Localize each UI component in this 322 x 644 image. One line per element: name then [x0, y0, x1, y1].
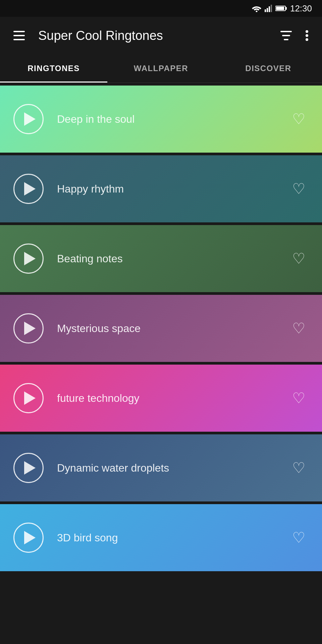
play-icon-3: [24, 322, 36, 335]
tabs: RINGTONES WALLPAPER DISCOVER: [0, 54, 322, 83]
like-button-3[interactable]: ♡: [288, 318, 309, 338]
svg-rect-12: [282, 35, 290, 36]
play-button-3[interactable]: [13, 313, 44, 343]
svg-rect-11: [280, 31, 292, 32]
heart-icon-1: ♡: [292, 181, 305, 196]
play-button-0[interactable]: [13, 104, 44, 134]
ringtone-item-4[interactable]: future technology ♡: [0, 365, 322, 432]
like-button-1[interactable]: ♡: [288, 179, 309, 199]
heart-icon-2: ♡: [292, 251, 305, 266]
ringtone-item-1[interactable]: Happy rhythm ♡: [0, 155, 322, 222]
svg-rect-2: [267, 8, 268, 12]
status-time: 12:30: [290, 3, 312, 14]
svg-rect-9: [13, 35, 25, 36]
ringtone-title-3: Mysterious space: [57, 322, 275, 335]
heart-icon-4: ♡: [292, 391, 305, 406]
menu-button[interactable]: [10, 28, 28, 44]
ringtone-title-0: Deep in the soul: [57, 113, 275, 125]
status-icons: 12:30: [252, 3, 312, 14]
heart-icon-0: ♡: [292, 112, 305, 126]
ringtone-title-6: 3D bird song: [57, 532, 275, 544]
play-button-4[interactable]: [13, 383, 44, 413]
app-bar: Super Cool Ringtones: [0, 17, 322, 54]
heart-icon-6: ♡: [292, 530, 305, 545]
play-icon-2: [24, 252, 36, 265]
like-button-5[interactable]: ♡: [288, 458, 309, 478]
tab-ringtones[interactable]: RINGTONES: [0, 54, 107, 83]
play-button-1[interactable]: [13, 174, 44, 204]
like-button-0[interactable]: ♡: [288, 109, 309, 129]
like-button-2[interactable]: ♡: [288, 249, 309, 269]
status-bar: 12:30: [0, 0, 322, 17]
svg-rect-4: [271, 5, 272, 12]
like-button-6[interactable]: ♡: [288, 528, 309, 548]
svg-rect-1: [265, 9, 266, 12]
svg-rect-8: [13, 31, 25, 32]
wifi-icon: [252, 5, 261, 12]
svg-rect-3: [269, 6, 270, 12]
play-icon-6: [24, 531, 36, 544]
svg-rect-7: [286, 7, 287, 10]
like-button-4[interactable]: ♡: [288, 388, 309, 408]
heart-icon-3: ♡: [292, 321, 305, 336]
play-button-2[interactable]: [13, 244, 44, 274]
tab-discover[interactable]: DISCOVER: [215, 54, 322, 83]
ringtone-item-6[interactable]: 3D bird song ♡: [0, 504, 322, 571]
sort-button[interactable]: [277, 28, 295, 44]
svg-rect-10: [13, 39, 25, 40]
play-icon-5: [24, 461, 36, 475]
play-icon-1: [24, 182, 36, 196]
ringtone-title-1: Happy rhythm: [57, 183, 275, 195]
more-options-button[interactable]: [302, 26, 312, 45]
ringtone-item-5[interactable]: Dynamic water droplets ♡: [0, 434, 322, 501]
app-bar-actions: [277, 26, 312, 45]
ringtone-item-0[interactable]: Deep in the soul ♡: [0, 86, 322, 153]
tab-wallpaper[interactable]: WALLPAPER: [107, 54, 215, 83]
ringtone-title-4: future technology: [57, 392, 275, 405]
ringtone-item-3[interactable]: Mysterious space ♡: [0, 295, 322, 362]
signal-icon: [265, 5, 272, 12]
ringtone-list: Deep in the soul ♡ Happy rhythm ♡ Beatin…: [0, 83, 322, 574]
battery-icon: [275, 5, 287, 11]
play-icon-4: [24, 391, 36, 405]
ringtone-item-2[interactable]: Beating notes ♡: [0, 225, 322, 292]
app-title: Super Cool Ringtones: [38, 29, 267, 43]
heart-icon-5: ♡: [292, 461, 305, 475]
svg-rect-6: [276, 7, 284, 10]
ringtone-title-2: Beating notes: [57, 253, 275, 265]
svg-rect-13: [284, 39, 288, 40]
svg-point-15: [306, 34, 308, 37]
play-icon-0: [24, 112, 36, 126]
svg-point-16: [306, 38, 308, 41]
play-button-5[interactable]: [13, 453, 44, 483]
play-button-6[interactable]: [13, 523, 44, 553]
svg-point-0: [256, 11, 257, 12]
ringtone-title-5: Dynamic water droplets: [57, 462, 275, 474]
svg-point-14: [306, 30, 308, 33]
